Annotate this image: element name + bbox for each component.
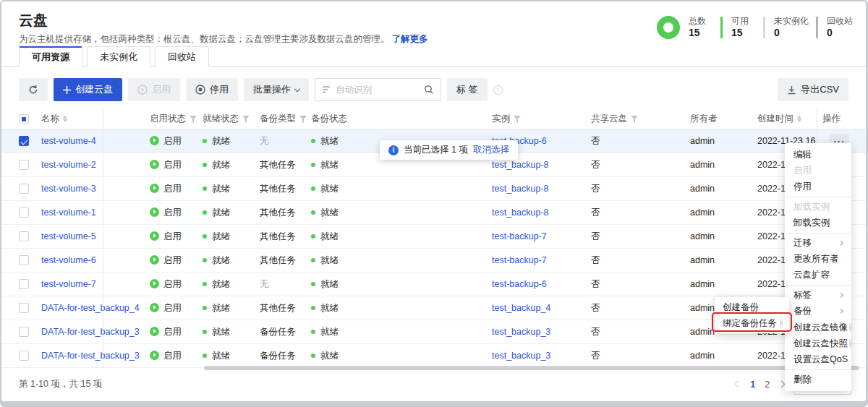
enable-state-cell: 启用 [150,183,203,195]
enable-state-cell: 启用 [150,254,203,267]
filter-icon[interactable] [190,116,197,123]
column-header: 创建时间 [757,113,822,125]
column-header: 所有者 [690,113,757,125]
backup-type-cell: 其他任务 [260,207,311,219]
instance-cell: test-backup-7 [492,255,591,265]
horizontal-scrollbar[interactable] [204,366,859,370]
menu-item[interactable]: 云盘扩容 [785,267,851,283]
filter-icon[interactable] [242,116,250,123]
refresh-button[interactable] [19,78,48,101]
select-all-checkbox[interactable] [19,114,29,124]
submenu-item[interactable]: 创建备份 [715,299,789,315]
instance-link[interactable]: test_backup-8 [492,160,549,170]
row-checkbox[interactable] [19,351,29,361]
instance-link[interactable]: test_backup_3 [492,351,550,361]
search-input[interactable]: 自动识别 [315,78,441,101]
enabled-status-icon [150,327,159,336]
toolbar: 创建云盘 启用 停用 批量操作 自动识别 标 签 [1,67,866,101]
row-checkbox[interactable] [19,184,29,194]
row-checkbox[interactable] [19,136,29,146]
instance-link[interactable]: test_backup_3 [492,327,550,337]
page-number[interactable]: 1 [750,380,755,390]
enabled-status-icon [150,231,159,241]
tab-3[interactable]: 回收站 [155,46,209,67]
backup-state-cell: 就绪 [311,183,492,195]
menu-item[interactable]: 创建云盘快照 [785,335,851,351]
name-cell: test-volume-4 [41,136,150,146]
menu-item[interactable]: 备份 [785,304,851,320]
row-checkbox[interactable] [19,255,29,265]
filter-icon[interactable] [514,116,521,123]
instance-link[interactable]: test-backup-7 [492,231,547,241]
cancel-selection-link[interactable]: 取消选择 [473,144,509,156]
tab-2[interactable]: 未实例化 [87,46,150,67]
menu-item[interactable]: 编辑 [785,147,851,163]
menu-item[interactable]: 删除 [785,372,851,387]
volume-name-link[interactable]: test-volume-3 [41,184,96,194]
volume-name-link[interactable]: test-volume-2 [41,160,96,170]
enable-button[interactable]: 启用 [128,78,180,101]
export-csv-button[interactable]: 导出CSV [778,78,848,101]
column-label: 就绪状态 [203,113,239,125]
table-row[interactable]: test-volume-1启用就绪其他任务就绪test_backup-8否adm… [1,201,866,225]
prev-page-icon[interactable] [735,381,742,388]
menu-item[interactable]: 卸载实例 [785,215,851,231]
filter-icon[interactable] [299,116,307,123]
instance-link[interactable]: test-backup-6 [492,279,547,289]
backup-ready-dot-icon [311,258,315,262]
table-row[interactable]: test-volume-6启用就绪其他任务就绪test-backup-7否adm… [1,249,866,273]
shared-cell: 否 [591,159,690,171]
page-numbers: 12 [750,380,770,390]
tag-button[interactable]: 标 签 [447,78,488,101]
instance-link[interactable]: test_backup-8 [492,207,549,218]
page-number[interactable]: 2 [765,380,770,390]
volume-name-link[interactable]: test-volume-4 [41,136,96,146]
batch-actions-button[interactable]: 批量操作 [244,78,309,101]
volume-name-link[interactable]: test-volume-7 [41,279,96,289]
backup-ready-dot-icon [311,210,315,215]
instance-cell: test_backup-8 [492,160,591,170]
search-icon[interactable] [424,85,434,95]
menu-item[interactable]: 设置云盘QoS [785,352,851,368]
sort-icon[interactable] [63,116,67,123]
row-checkbox[interactable] [19,327,29,337]
row-checkbox[interactable] [19,303,29,313]
instance-link[interactable]: test-backup-7 [492,255,547,265]
page-header: 云盘 为云主机提供存储，包括两种类型：根云盘、数据云盘；云盘管理主要涉及数据云盘… [1,1,866,46]
volume-name-link[interactable]: test-volume-1 [41,207,96,218]
ready-dot-icon [203,210,207,215]
row-checkbox[interactable] [19,207,29,218]
create-volume-button[interactable]: 创建云盘 [54,78,122,101]
menu-item[interactable]: 停用 [785,179,851,195]
stat-item: 总数15 [689,16,713,39]
tag-info-icon[interactable] [493,85,503,95]
volume-name-link[interactable]: DATA-for-test_backup_3 [41,351,140,361]
sort-icon[interactable] [797,116,801,123]
row-checkbox[interactable] [19,231,29,241]
table-row[interactable]: test-volume-7启用就绪无就绪test-backup-6否admin2… [1,273,866,296]
menu-item[interactable]: 创建云盘镜像 [785,320,851,335]
enable-state-text: 启用 [163,351,182,361]
volume-name-link[interactable]: DATA-for-test_backup_3 [41,327,140,337]
tab-1[interactable]: 可用资源 [19,46,82,67]
disable-button[interactable]: 停用 [186,78,238,101]
filter-icon[interactable] [631,116,638,123]
table-row[interactable]: test-volume-3启用就绪其他任务就绪test_backup-8否adm… [1,177,866,201]
menu-item[interactable]: 迁移 [785,235,851,251]
volume-name-link[interactable]: test-volume-6 [41,255,96,265]
row-checkbox[interactable] [19,160,29,170]
volume-name-link[interactable]: test-volume-5 [41,231,96,241]
instance-link[interactable]: test_backup-8 [492,184,549,194]
submenu-item[interactable]: 绑定备份任务 [715,315,789,331]
table-row[interactable]: DATA-for-test_backup_3启用就绪备份任务就绪test_bac… [1,344,866,368]
instance-link[interactable]: test_backup_4 [492,303,550,313]
volume-name-link[interactable]: DATA-for-test_backup_4 [41,303,140,313]
menu-item[interactable]: 标签 [785,287,851,303]
sort-desc-icon [797,119,801,122]
name-cell: test-volume-6 [41,255,150,265]
backup-state-cell: 就绪 [311,231,492,243]
table-row[interactable]: test-volume-5启用就绪其他任务就绪test-backup-7否adm… [1,225,866,249]
menu-item[interactable]: 更改所有者 [785,251,851,267]
learn-more-link[interactable]: 了解更多 [392,34,428,44]
row-checkbox[interactable] [19,279,29,289]
